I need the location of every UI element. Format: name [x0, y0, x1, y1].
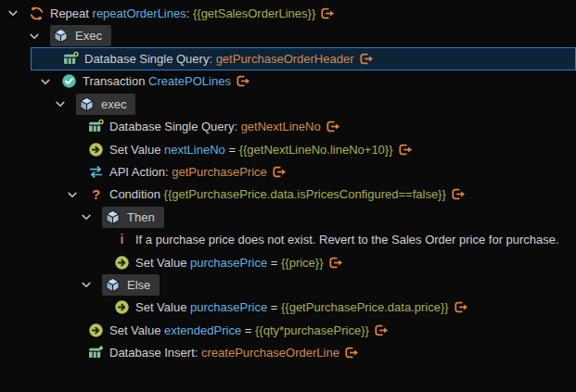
node-text-plain: Set Value: [135, 300, 190, 314]
output-icon: [321, 7, 335, 19]
set-value-icon: [88, 322, 104, 338]
condition-icon: ?: [88, 186, 104, 202]
node-text-ref: getNextLineNo: [241, 120, 321, 133]
node-label: exec: [101, 97, 126, 111]
api-action-icon: [88, 164, 104, 180]
tree-row[interactable]: ?Condition {{getPurchasePrice.data.isPri…: [0, 183, 576, 206]
tree-row[interactable]: Else: [0, 273, 576, 296]
node-text-plain: Database Insert:: [109, 346, 201, 360]
tree-row[interactable]: Exec: [0, 24, 576, 46]
node-text-name: purchasePrice: [190, 300, 267, 314]
tree-row[interactable]: Set Value nextLineNo = {{getNextLineNo.l…: [0, 138, 576, 160]
db-query-icon: [63, 51, 79, 67]
output-icon: [454, 301, 468, 313]
info-icon: i: [114, 232, 130, 247]
node-text-name: CreatePOLines: [148, 74, 231, 88]
node-text-plain: Database Single Query:: [109, 120, 241, 133]
tree-row[interactable]: exec: [0, 93, 576, 115]
cube-icon: [79, 96, 95, 112]
node-label: Database Single Query: getPurchaseOrderH…: [84, 52, 354, 66]
node-label: Exec: [75, 29, 102, 43]
node-text-plain: Transaction: [83, 74, 148, 88]
output-icon: [399, 144, 413, 156]
node-text-ref: getPurchasePrice: [172, 165, 267, 179]
node-text-ref: getPurchaseOrderHeader: [216, 52, 354, 66]
tree-row[interactable]: Then: [0, 206, 576, 228]
node-text-name: purchasePrice: [190, 256, 267, 270]
node-text-plain: =: [241, 323, 255, 337]
transaction-icon: [61, 73, 77, 89]
node-text-plain: Then: [127, 210, 155, 224]
node-label: Set Value extendedPrice = {{qty*purchase…: [109, 323, 369, 337]
node-label: If a purchase price does not exist. Reve…: [135, 233, 559, 247]
tree-row[interactable]: Set Value extendedPrice = {{qty*purchase…: [0, 319, 576, 341]
chevron-down-icon[interactable]: [39, 75, 61, 88]
tree-row[interactable]: Set Value purchasePrice = {{getPurchaseP…: [0, 297, 576, 319]
node-text-expr: {{getPurchasePrice.data.isPricesConfigur…: [164, 187, 446, 201]
output-icon: [452, 188, 466, 200]
node-text-plain: =: [267, 300, 281, 314]
chevron-down-icon[interactable]: [80, 278, 102, 291]
cube-icon: [53, 28, 69, 44]
output-icon: [273, 166, 287, 178]
chevron-down-icon[interactable]: [54, 97, 76, 110]
output-icon: [329, 257, 343, 269]
node-text-name: extendedPrice: [164, 323, 241, 337]
output-icon: [360, 53, 374, 65]
node-text-plain: Set Value: [109, 143, 164, 157]
db-insert-icon: [88, 345, 104, 360]
node-label: Transaction CreatePOLines: [83, 74, 231, 88]
node-text-plain: Set Value: [135, 256, 190, 270]
cube-icon: [105, 209, 121, 225]
chevron-down-icon[interactable]: [66, 188, 88, 201]
tree-row[interactable]: Repeat repeatOrderLines: {{getSalesOrder…: [0, 2, 576, 24]
chevron-down-icon[interactable]: [6, 6, 29, 19]
container-block[interactable]: Then: [102, 207, 164, 228]
output-icon: [345, 347, 359, 359]
node-text-expr: {{price}}: [281, 256, 324, 270]
node-text-plain: Repeat: [50, 6, 93, 20]
node-text-plain: Exec: [75, 29, 102, 43]
chevron-down-icon[interactable]: [80, 210, 102, 223]
node-label: Repeat repeatOrderLines: {{getSalesOrder…: [50, 6, 315, 20]
tree-row[interactable]: API Action: getPurchasePrice: [0, 160, 576, 183]
db-query-icon: [88, 119, 104, 134]
container-block[interactable]: Exec: [50, 25, 111, 46]
node-text-expr: {{qty*purchasePrice}}: [255, 323, 369, 337]
cube-icon: [105, 277, 121, 293]
node-text-plain: exec: [101, 97, 126, 111]
node-text-ref: createPurchaseOrderLine: [201, 346, 339, 360]
node-text-name: nextLineNo: [164, 143, 225, 157]
node-label: Condition {{getPurchasePrice.data.isPric…: [109, 187, 446, 201]
node-text-plain: If a purchase price does not exist. Reve…: [135, 233, 559, 247]
node-label: Set Value nextLineNo = {{getNextLineNo.l…: [109, 143, 393, 157]
node-text-expr: {{getSalesOrderLines}}: [193, 6, 315, 20]
node-label: Database Single Query: getNextLineNo: [109, 120, 321, 133]
container-block[interactable]: exec: [76, 94, 135, 115]
output-icon: [237, 75, 250, 87]
node-text-expr: {{getPurchasePrice.data.price}}: [281, 300, 449, 314]
node-text-plain: Set Value: [109, 323, 164, 337]
tree-row[interactable]: Set Value purchasePrice = {{price}}: [0, 251, 576, 273]
output-icon: [375, 324, 389, 336]
node-label: API Action: getPurchasePrice: [109, 165, 267, 179]
repeat-icon: [29, 6, 45, 21]
chevron-down-icon[interactable]: [28, 30, 50, 43]
node-text-plain: =: [225, 143, 239, 157]
node-label: Then: [127, 210, 155, 224]
output-icon: [326, 120, 340, 133]
set-value-icon: [114, 255, 130, 271]
tree-row[interactable]: Database Insert: createPurchaseOrderLine: [0, 341, 576, 363]
set-value-icon: [114, 299, 130, 315]
container-block[interactable]: Else: [102, 274, 160, 296]
node-text-plain: API Action:: [109, 165, 172, 179]
tree-row[interactable]: iIf a purchase price does not exist. Rev…: [0, 229, 576, 251]
workflow-tree: Repeat repeatOrderLines: {{getSalesOrder…: [0, 0, 576, 364]
node-label: Set Value purchasePrice = {{getPurchaseP…: [135, 300, 449, 314]
set-value-icon: [88, 142, 104, 158]
tree-row[interactable]: Transaction CreatePOLines: [0, 70, 576, 93]
tree-row-selected[interactable]: Database Single Query: getPurchaseOrderH…: [31, 47, 576, 70]
node-text-expr: {{getNextLineNo.lineNo+10}}: [239, 143, 393, 157]
tree-row[interactable]: Database Single Query: getNextLineNo: [0, 116, 576, 138]
node-text-plain: =: [267, 256, 281, 270]
